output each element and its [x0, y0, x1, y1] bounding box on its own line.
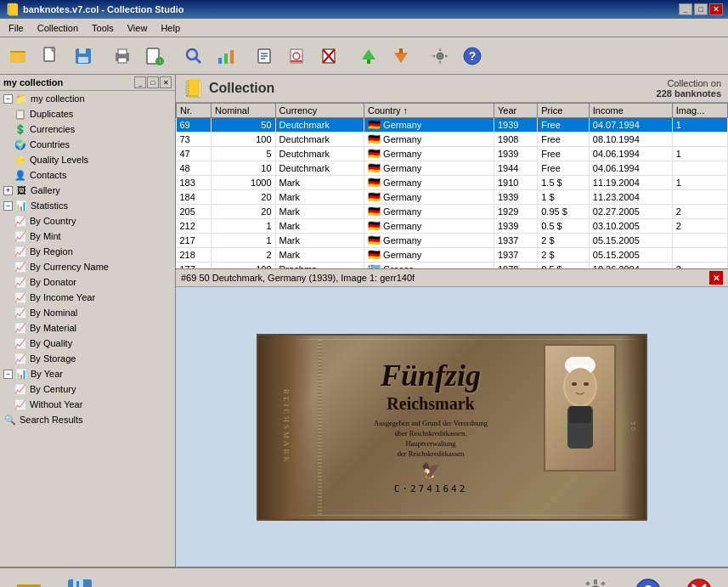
tree-node-by-year[interactable]: − 📊 By Year: [0, 366, 175, 381]
toolbar-export-btn[interactable]: ↑: [139, 41, 170, 71]
tree-node-by-material[interactable]: 📈 By Material: [0, 320, 175, 336]
tree-node-my-collection[interactable]: − 📁 my collection: [0, 91, 175, 106]
toolbar-stamp-btn[interactable]: [282, 41, 313, 71]
help-icon: ?: [633, 576, 663, 587]
tree-node-gallery[interactable]: + 🖼 Gallery: [0, 183, 175, 198]
toolbar-settings-btn[interactable]: [425, 41, 455, 71]
preview-panel: #69 50 Deutchmark, Germany (1939), Image…: [176, 268, 728, 567]
cell-5: 2 $: [538, 248, 590, 262]
panel-minimize-btn[interactable]: _: [134, 76, 146, 88]
toolbar-view-btn[interactable]: [178, 41, 209, 71]
expand-my-collection[interactable]: −: [3, 94, 13, 104]
tree-node-countries[interactable]: 🌍 Countries: [0, 137, 175, 152]
table-row[interactable]: 1831000Mark🇩🇪 Germany19101.5 $11.19.2004…: [177, 176, 728, 190]
expand-gallery[interactable]: +: [3, 186, 13, 195]
table-row[interactable]: 2182Mark🇩🇪 Germany19372 $05.15.2005: [177, 248, 728, 262]
table-row[interactable]: 18420Mark🇩🇪 Germany19391 $11.23.2004: [177, 190, 728, 205]
statistics-icon: 📊: [14, 199, 28, 212]
by-donator-icon: 📈: [14, 275, 27, 289]
menu-collection[interactable]: Collection: [31, 21, 85, 35]
exit-button[interactable]: Exit: [677, 573, 721, 587]
toolbar-new-btn[interactable]: [36, 41, 66, 71]
by-quality-icon: 📈: [14, 336, 27, 350]
toolbar-edit-btn[interactable]: [250, 41, 280, 71]
menu-tools[interactable]: Tools: [85, 21, 121, 35]
maximize-button[interactable]: □: [694, 3, 708, 15]
tree-node-by-donator[interactable]: 📈 By Donator: [0, 274, 175, 290]
open-button[interactable]: Open: [7, 573, 51, 587]
cell-6: 11.19.2004: [589, 176, 672, 190]
tree-node-by-mint[interactable]: 📈 By Mint: [0, 229, 175, 244]
panel-close-btn[interactable]: ✕: [160, 76, 172, 88]
cell-2: Deutchmark: [275, 161, 364, 176]
table-row[interactable]: 4810Deutchmark🇩🇪 Germany1944Free04.06.19…: [177, 161, 728, 176]
toolbar-open-btn[interactable]: [3, 41, 34, 71]
expand-statistics[interactable]: −: [3, 201, 13, 211]
table-row[interactable]: 2171Mark🇩🇪 Germany19372 $05.15.2005: [177, 234, 728, 248]
tree-node-by-century[interactable]: 📈 By Century: [0, 381, 175, 397]
tree-node-by-storage[interactable]: 📈 By Storage: [0, 351, 175, 366]
col-price[interactable]: Price: [538, 104, 590, 118]
toolbar-print-btn[interactable]: [107, 41, 138, 71]
tree-node-by-quality[interactable]: 📈 By Quality: [0, 336, 175, 351]
toolbar-save-btn[interactable]: [68, 41, 99, 71]
tree-node-contacts[interactable]: 👤 Contacts: [0, 167, 175, 183]
minimize-button[interactable]: _: [679, 3, 692, 15]
cell-5: Free: [538, 118, 590, 133]
table-row[interactable]: 73100Deutchmark🇩🇪 Germany1908Free08.10.1…: [177, 133, 728, 147]
preview-close-button[interactable]: ✕: [709, 271, 723, 285]
col-income[interactable]: Income: [589, 104, 672, 118]
tree-container: − 📁 my collection 📋 Duplicates 💲 Currenc…: [0, 91, 175, 427]
tree-node-statistics[interactable]: − 📊 Statistics: [0, 198, 175, 213]
toolbar-delete-btn[interactable]: [314, 41, 345, 71]
tree-node-search-results[interactable]: 🔍 Search Results: [0, 412, 175, 427]
cell-6: 05.15.2005: [589, 234, 672, 248]
table-row[interactable]: 177100Drachma🇬🇷 Greece19780.5 $10.26.200…: [177, 262, 728, 269]
settings-button[interactable]: Settings: [572, 573, 619, 587]
close-button[interactable]: ✕: [709, 3, 723, 15]
toolbar-upload-btn[interactable]: [353, 41, 384, 71]
cell-0: 177: [177, 262, 212, 269]
menu-file[interactable]: File: [2, 21, 31, 35]
tree-node-by-currency-name[interactable]: 📈 By Currency Name: [0, 259, 175, 274]
table-row[interactable]: 20520Mark🇩🇪 Germany19290.95 $02.27.20052: [177, 205, 728, 219]
tree-node-duplicates[interactable]: 📋 Duplicates: [0, 106, 175, 121]
svg-rect-31: [399, 48, 403, 54]
menu-view[interactable]: View: [121, 21, 155, 35]
toolbar-help-btn[interactable]: ?: [457, 41, 488, 71]
tree-node-by-nominal[interactable]: 📈 By Nominal: [0, 305, 175, 320]
tree-node-currencies[interactable]: 💲 Currencies: [0, 121, 175, 137]
tree-node-without-year[interactable]: 📈 Without Year: [0, 397, 175, 412]
col-images[interactable]: Imag...: [672, 104, 727, 118]
svg-rect-1: [10, 53, 25, 63]
panel-restore-btn[interactable]: □: [147, 76, 159, 88]
tree-node-by-income-year[interactable]: 📈 By Income Year: [0, 290, 175, 305]
col-country[interactable]: Country ↑: [364, 104, 494, 118]
svg-marker-30: [394, 53, 408, 63]
save-button[interactable]: Save: [58, 573, 102, 587]
tree-node-by-region[interactable]: 📈 By Region: [0, 244, 175, 259]
cell-4: 1908: [494, 133, 538, 147]
col-currency[interactable]: Currency: [275, 104, 364, 118]
tree-node-by-country[interactable]: 📈 By Country: [0, 213, 175, 229]
svg-text:↑: ↑: [158, 58, 161, 65]
col-year[interactable]: Year: [494, 104, 538, 118]
table-row[interactable]: 475Deutchmark🇩🇪 Germany1939Free04.06.199…: [177, 147, 728, 161]
toolbar-download-btn[interactable]: [386, 41, 416, 71]
col-nominal[interactable]: Nominal: [212, 104, 276, 118]
tree-label-currencies: Currencies: [30, 124, 75, 134]
banknote-image: REICHSMARK 50 Fünfzig Reichsmark Ausgege…: [257, 334, 647, 521]
tree-label-by-region: By Region: [30, 246, 73, 257]
col-nr[interactable]: Nr.: [177, 104, 212, 118]
cell-1: 20: [212, 205, 276, 219]
cell-7: [672, 161, 727, 176]
toolbar-chart-btn[interactable]: [211, 41, 241, 71]
menu-help[interactable]: Help: [154, 21, 187, 35]
help-button[interactable]: ? Help: [626, 573, 670, 587]
svg-rect-29: [367, 59, 370, 64]
table-row[interactable]: 2121Mark🇩🇪 Germany19390.5 $03.10.20052: [177, 219, 728, 234]
svg-rect-6: [78, 57, 88, 63]
tree-node-quality-levels[interactable]: ⭐ Quality Levels: [0, 152, 175, 167]
table-row[interactable]: 6950Deutchmark🇩🇪 Germany1939Free04.07.19…: [177, 118, 728, 133]
expand-by-year[interactable]: −: [3, 370, 13, 379]
